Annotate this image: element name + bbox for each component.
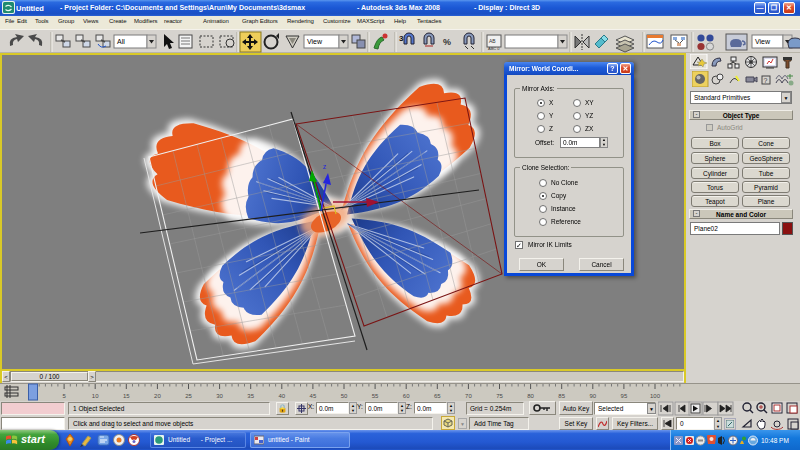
svg-text:?: ? (764, 77, 768, 84)
svg-text:AB: AB (489, 38, 496, 44)
svg-text:90: 90 (589, 393, 596, 399)
svg-text:100: 100 (650, 393, 661, 399)
svg-text:%: % (443, 37, 451, 47)
svg-text:35: 35 (247, 393, 254, 399)
svg-text:z: z (323, 163, 327, 170)
svg-text:30: 30 (216, 393, 223, 399)
svg-text:55: 55 (372, 393, 379, 399)
svg-text:3: 3 (399, 34, 404, 43)
svg-text:20: 20 (154, 393, 161, 399)
svg-text:10: 10 (92, 393, 99, 399)
svg-text:80: 80 (527, 393, 534, 399)
svg-text:95: 95 (621, 393, 628, 399)
svg-text:40: 40 (278, 393, 285, 399)
svg-text:75: 75 (496, 393, 503, 399)
svg-text:65: 65 (434, 393, 441, 399)
svg-text:ABC 0: ABC 0 (488, 46, 500, 51)
svg-text:25: 25 (185, 393, 192, 399)
svg-text:View: View (307, 38, 323, 45)
svg-text:All: All (117, 38, 125, 45)
svg-text:60: 60 (403, 393, 410, 399)
svg-text:45: 45 (310, 393, 317, 399)
svg-text:70: 70 (465, 393, 472, 399)
svg-text:View: View (755, 38, 771, 45)
svg-text:85: 85 (558, 393, 565, 399)
svg-text:15: 15 (123, 393, 130, 399)
svg-text:50: 50 (341, 393, 348, 399)
